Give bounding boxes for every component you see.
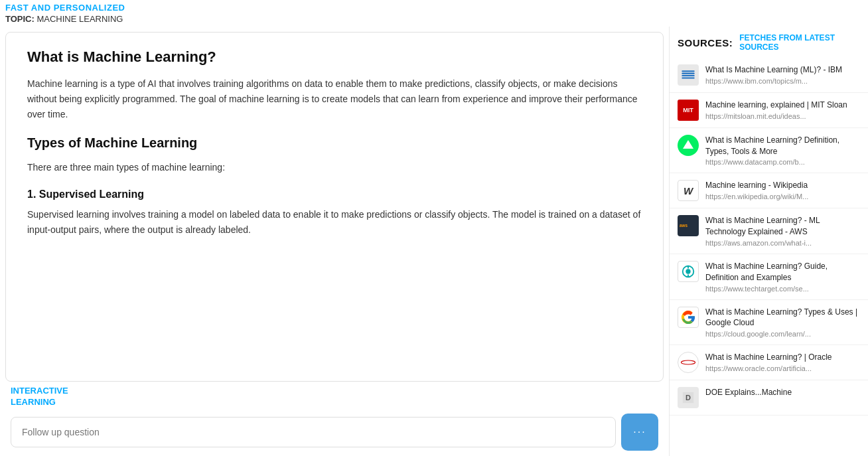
source-text: Machine learning - Wikipedia https://en.… [705, 180, 860, 200]
article-paragraph-2: There are three main types of machine le… [27, 160, 642, 175]
sidebar-sources-list[interactable]: What Is Machine Learning (ML)? - IBM htt… [670, 58, 868, 456]
source-url: https://www.ibm.com/topics/m... [705, 77, 860, 85]
svg-text:aws: aws [680, 223, 687, 228]
source-icon [678, 352, 699, 373]
source-text: What is Machine Learning? Guide, Definit… [705, 261, 860, 293]
source-icon: D [678, 387, 699, 408]
topic-line: TOPIC: MACHINE LEARNING [5, 14, 863, 24]
article-paragraph-3: Supervised learning involves training a … [27, 207, 642, 238]
source-icon: aws [678, 215, 699, 236]
follow-up-input[interactable] [11, 417, 616, 447]
header: FAST AND PERSONALIZED TOPIC: MACHINE LEA… [0, 0, 868, 27]
source-icon [678, 135, 699, 156]
source-item[interactable]: What is Machine Learning? Types & Uses |… [670, 300, 868, 346]
source-text: What is Machine Learning? - ML Technolog… [705, 215, 860, 247]
article-heading-1: What is Machine Learning? [27, 48, 642, 66]
source-text: What is Machine Learning? Definition, Ty… [705, 135, 860, 167]
source-icon [678, 261, 699, 282]
sidebar: SOURCES: FETCHES FROM LATESTSOURCES What… [669, 27, 868, 456]
source-url: https://aws.amazon.com/what-i... [705, 239, 860, 247]
source-url: https://mitsloan.mit.edu/ideas... [705, 112, 860, 120]
sources-title: SOURCES: [678, 37, 733, 48]
source-icon: W [678, 180, 699, 201]
send-button-icon: ··· [633, 426, 646, 438]
source-title: Machine learning - Wikipedia [705, 180, 860, 191]
source-title: What is Machine Learning? - ML Technolog… [705, 215, 860, 238]
article-heading-3: 1. Supervised Learning [27, 189, 642, 200]
svg-rect-0 [682, 70, 694, 72]
article-container[interactable]: What is Machine Learning? Machine learni… [5, 32, 664, 382]
source-icon [678, 64, 699, 86]
source-title: What is Machine Learning? Guide, Definit… [705, 261, 860, 283]
content-area: What is Machine Learning? Machine learni… [0, 27, 669, 456]
source-item[interactable]: aws What is Machine Learning? - ML Techn… [670, 208, 868, 254]
svg-point-10 [681, 360, 695, 364]
input-row: ··· [5, 411, 664, 456]
source-icon [678, 307, 699, 328]
source-item[interactable]: What is Machine Learning? | Oracle https… [670, 345, 868, 380]
fetches-label: FETCHES FROM LATESTSOURCES [739, 33, 835, 52]
source-item[interactable]: What Is Machine Learning (ML)? - IBM htt… [670, 58, 868, 93]
svg-rect-3 [682, 77, 694, 78]
article-heading-2: Types of Machine Learning [27, 135, 642, 151]
svg-rect-1 [682, 72, 694, 74]
topic-value: MACHINE LEARNING [36, 14, 123, 24]
svg-rect-2 [682, 75, 694, 76]
svg-text:D: D [686, 394, 691, 402]
send-button[interactable]: ··· [621, 414, 658, 451]
source-title: What is Machine Learning? Definition, Ty… [705, 135, 860, 157]
source-title: What is Machine Learning? Types & Uses |… [705, 307, 860, 329]
topic-label: TOPIC: [5, 14, 35, 24]
source-item[interactable]: What is Machine Learning? Guide, Definit… [670, 254, 868, 300]
fast-personalized-label: FAST AND PERSONALIZED [5, 3, 863, 13]
svg-marker-4 [683, 140, 693, 149]
source-text: What Is Machine Learning (ML)? - IBM htt… [705, 64, 860, 85]
source-text: What is Machine Learning? Types & Uses |… [705, 307, 860, 339]
source-title: Machine learning, explained | MIT Sloan [705, 100, 860, 111]
source-url: https://en.wikipedia.org/wiki/M... [705, 192, 860, 200]
source-text: Machine learning, explained | MIT Sloan … [705, 100, 860, 120]
source-title: What is Machine Learning? | Oracle [705, 352, 860, 363]
source-icon: MIT [678, 100, 699, 121]
source-item[interactable]: W Machine learning - Wikipedia https://e… [670, 173, 868, 208]
source-item[interactable]: MIT Machine learning, explained | MIT Sl… [670, 93, 868, 128]
source-title: DOE Explains...Machine [705, 387, 860, 398]
source-text: What is Machine Learning? | Oracle https… [705, 352, 860, 372]
sidebar-header: SOURCES: FETCHES FROM LATESTSOURCES [670, 27, 868, 58]
source-title: What Is Machine Learning (ML)? - IBM [705, 64, 860, 76]
article-paragraph-1: Machine learning is a type of AI that in… [27, 76, 642, 122]
source-text: DOE Explains...Machine [705, 387, 860, 400]
interactive-learning-label: INTERACTIVELEARNING [5, 382, 664, 411]
source-item[interactable]: D DOE Explains...Machine [670, 380, 868, 416]
source-url: https://cloud.google.com/learn/... [705, 330, 860, 338]
source-url: https://www.techtarget.com/se... [705, 285, 860, 293]
main-layout: What is Machine Learning? Machine learni… [0, 27, 868, 456]
source-item[interactable]: What is Machine Learning? Definition, Ty… [670, 128, 868, 174]
source-url: https://www.oracle.com/artificia... [705, 364, 860, 372]
source-url: https://www.datacamp.com/b... [705, 158, 860, 166]
svg-point-7 [686, 269, 690, 273]
